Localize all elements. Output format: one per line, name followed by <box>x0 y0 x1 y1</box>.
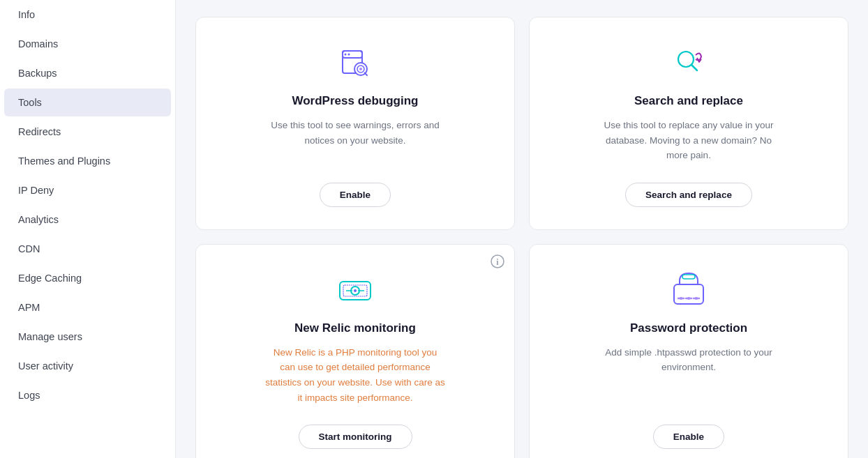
sidebar-item-cdn[interactable]: CDN <box>4 235 171 263</box>
svg-rect-19 <box>674 284 703 304</box>
sidebar-item-manage-users[interactable]: Manage users <box>4 323 171 351</box>
sidebar-item-backups[interactable]: Backups <box>4 59 171 87</box>
svg-rect-26 <box>682 275 695 279</box>
sidebar-item-analytics[interactable]: Analytics <box>4 206 171 234</box>
sidebar-item-tools[interactable]: Tools <box>4 89 171 116</box>
svg-point-7 <box>348 54 350 56</box>
card-description-password-protection: Add simple .htpasswd protection to your … <box>598 345 779 375</box>
card-wordpress-debugging: WordPress debugging Use this tool to see… <box>195 17 515 230</box>
card-button-password-protection[interactable]: Enable <box>653 425 724 449</box>
svg-point-5 <box>359 68 362 70</box>
sidebar-item-logs[interactable]: Logs <box>4 381 171 409</box>
svg-point-21 <box>680 297 682 300</box>
card-button-new-relic[interactable]: Start monitoring <box>299 425 412 449</box>
svg-point-25 <box>695 297 698 300</box>
main-content: WordPress debugging Use this tool to see… <box>176 0 868 458</box>
svg-line-9 <box>691 65 697 70</box>
card-search-replace: Search and replace Use this tool to repl… <box>529 17 848 230</box>
sidebar-item-info[interactable]: Info <box>4 1 171 29</box>
card-description-new-relic: New Relic is a PHP monitoring tool you c… <box>264 345 446 405</box>
svg-point-23 <box>687 297 690 300</box>
card-button-wordpress-debugging[interactable]: Enable <box>320 183 391 207</box>
card-description-wordpress-debugging: Use this tool to see warnings, errors an… <box>264 118 446 148</box>
card-description-search-replace: Use this tool to replace any value in yo… <box>598 118 779 163</box>
sidebar: InfoDomainsBackupsToolsRedirectsThemes a… <box>0 0 176 458</box>
sidebar-item-user-activity[interactable]: User activity <box>4 352 171 380</box>
tools-grid: WordPress debugging Use this tool to see… <box>195 17 848 458</box>
svg-point-16 <box>354 289 357 292</box>
card-title-new-relic: New Relic monitoring <box>294 321 416 335</box>
svg-point-6 <box>345 54 347 56</box>
card-password-protection: Password protection Add simple .htpasswd… <box>529 244 848 458</box>
sidebar-item-ip-deny[interactable]: IP Deny <box>4 176 171 204</box>
sidebar-item-themes-plugins[interactable]: Themes and Plugins <box>4 147 171 175</box>
card-icon-new-relic <box>336 270 375 309</box>
card-title-wordpress-debugging: WordPress debugging <box>292 94 418 108</box>
svg-text:i: i <box>496 257 499 267</box>
card-title-password-protection: Password protection <box>630 321 747 335</box>
sidebar-item-edge-caching[interactable]: Edge Caching <box>4 264 171 292</box>
card-title-search-replace: Search and replace <box>634 94 743 108</box>
info-icon[interactable]: i <box>491 254 504 268</box>
card-icon-wordpress-debugging <box>336 43 375 82</box>
card-new-relic: i New Relic monitoring New Relic is a PH… <box>195 244 515 458</box>
sidebar-item-domains[interactable]: Domains <box>4 30 171 58</box>
card-icon-search-replace <box>669 43 708 82</box>
card-icon-password-protection <box>669 270 708 309</box>
sidebar-item-apm[interactable]: APM <box>4 293 171 321</box>
svg-line-4 <box>365 73 368 76</box>
sidebar-item-redirects[interactable]: Redirects <box>4 118 171 146</box>
card-button-search-replace[interactable]: Search and replace <box>625 183 752 207</box>
